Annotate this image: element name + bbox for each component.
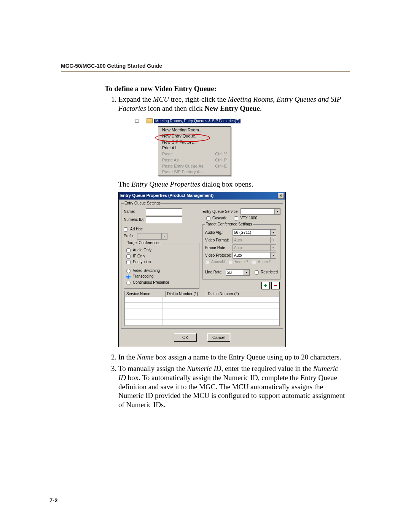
services-grid: Service Name Dial-in Number (1) Dial-in … bbox=[124, 291, 280, 326]
table-row[interactable] bbox=[125, 314, 279, 320]
annexn-checkbox bbox=[205, 260, 209, 264]
video-format-combo: Auto bbox=[233, 237, 276, 243]
t: , enter the required value in the bbox=[221, 364, 313, 372]
t: In the bbox=[118, 353, 137, 361]
line-rate-label: Line Rate: bbox=[205, 270, 224, 275]
header-rule bbox=[61, 71, 350, 72]
context-menu: New Meeting Room... New Entry Queue... N… bbox=[158, 126, 231, 176]
annexp-checkbox bbox=[229, 260, 233, 264]
audio-only-checkbox[interactable] bbox=[126, 248, 131, 252]
add-button[interactable]: + bbox=[261, 282, 270, 289]
t: MCU bbox=[153, 95, 169, 103]
eq-service-combo[interactable] bbox=[241, 208, 280, 215]
tree-node: Meeting Rooms, Entry Queues & SIP Factor… bbox=[147, 118, 241, 123]
grid-header[interactable]: Dial-in Number (2) bbox=[206, 291, 279, 297]
transcoding-label: Transcoding bbox=[133, 274, 154, 279]
vtx-checkbox[interactable] bbox=[234, 216, 238, 220]
video-protocol-label: Video Protocol: bbox=[205, 253, 231, 258]
name-label: Name: bbox=[124, 209, 144, 214]
fieldset-settings: Entry Queue Settings Name: Numeric ID: bbox=[121, 201, 283, 329]
t: Expand the bbox=[118, 95, 153, 103]
context-menu-screenshot: Meeting Rooms, Entry Queues & SIP Factor… bbox=[134, 117, 346, 176]
numeric-id-input[interactable] bbox=[146, 216, 182, 223]
steps-list: Expand the MCU tree, right-click the Mee… bbox=[105, 95, 346, 409]
audio-only-label: Audio Only bbox=[133, 248, 151, 253]
restricted-checkbox[interactable] bbox=[255, 270, 259, 275]
ctx-item[interactable]: New SIP Factory... bbox=[158, 139, 231, 145]
ok-button[interactable]: OK bbox=[174, 333, 197, 342]
t: New Entry Queue bbox=[204, 104, 260, 112]
annexf-label: AnnexF bbox=[258, 260, 271, 265]
table-row[interactable] bbox=[125, 303, 279, 308]
remove-button[interactable]: − bbox=[271, 282, 280, 289]
encryption-checkbox[interactable] bbox=[126, 260, 131, 264]
table-row[interactable] bbox=[125, 320, 279, 326]
line-rate-combo[interactable]: 2B bbox=[226, 269, 250, 276]
t: box assign a name to the Entry Queue usi… bbox=[154, 353, 341, 361]
name-input[interactable] bbox=[146, 208, 182, 215]
t: To manually assign the bbox=[118, 364, 187, 372]
ip-only-checkbox[interactable] bbox=[126, 254, 131, 259]
video-format-label: Video Format: bbox=[205, 238, 231, 243]
dialog-caption: The Entry Queue Properties dialog box op… bbox=[118, 180, 346, 189]
t: Name bbox=[137, 353, 154, 361]
ctx-item: Paste Entry Queue AsCtrl+E bbox=[158, 163, 231, 169]
cascade-label: Cascade bbox=[212, 216, 227, 221]
video-switching-radio[interactable] bbox=[126, 269, 131, 273]
dialog-title: Entry Queue Properties (Product Manageme… bbox=[120, 193, 213, 198]
adhoc-checkbox[interactable] bbox=[124, 227, 128, 232]
eq-service-label: Entry Queue Service: bbox=[202, 209, 239, 214]
audio-alg-combo[interactable]: 56 (G711) bbox=[233, 229, 276, 236]
profile-combo bbox=[137, 233, 167, 240]
numeric-id-label: Numeric ID: bbox=[124, 217, 144, 222]
folder-icon bbox=[147, 118, 153, 123]
frame-rate-combo: Auto bbox=[233, 244, 276, 251]
step-2: In the Name box assign a name to the Ent… bbox=[118, 353, 346, 362]
table-row[interactable] bbox=[125, 297, 279, 303]
legend: Target Conference Settings bbox=[205, 222, 253, 227]
t: tree, right-click the bbox=[169, 95, 228, 103]
ctx-item[interactable]: New Entry Queue... bbox=[158, 133, 231, 139]
t: icon and then click bbox=[146, 104, 205, 112]
annexn-label: AnnexN bbox=[211, 260, 225, 265]
close-icon[interactable]: ✕ bbox=[278, 193, 284, 199]
step-1: Expand the MCU tree, right-click the Mee… bbox=[118, 95, 346, 348]
fieldset-target-conf-settings: Target Conference Settings Audio Alg.:56… bbox=[202, 222, 280, 280]
encryption-label: Encryption bbox=[133, 260, 151, 265]
continuous-presence-label: Continuous Presence bbox=[133, 280, 169, 285]
page-header: MGC-50/MGC-100 Getting Started Guide bbox=[61, 63, 350, 69]
dialog-titlebar: Entry Queue Properties (Product Manageme… bbox=[119, 192, 285, 200]
step-3: To manually assign the Numeric ID, enter… bbox=[118, 364, 346, 409]
page-number: 7-2 bbox=[49, 497, 58, 503]
audio-alg-label: Audio Alg.: bbox=[205, 230, 231, 235]
section-title: To define a new Video Entry Queue: bbox=[105, 84, 346, 93]
t: . bbox=[260, 104, 262, 112]
tree-expand-icon bbox=[134, 117, 145, 123]
vtx-label: VTX 1000 bbox=[240, 216, 257, 221]
t: Numeric ID bbox=[187, 364, 221, 372]
table-row[interactable] bbox=[125, 308, 279, 314]
ctx-item: Paste AsCtrl+P bbox=[158, 157, 231, 163]
cancel-button[interactable]: Cancel bbox=[207, 333, 230, 342]
transcoding-radio[interactable] bbox=[126, 275, 131, 279]
frame-rate-label: Frame Rate: bbox=[205, 246, 231, 251]
video-protocol-combo[interactable]: Auto bbox=[233, 252, 276, 259]
ctx-item[interactable]: New Meeting Room... bbox=[158, 127, 231, 133]
adhoc-label: Ad Hoc bbox=[130, 227, 143, 232]
tree-node-label: Meeting Rooms, Entry Queues & SIP Factor… bbox=[154, 119, 241, 124]
restricted-label: Restricted bbox=[261, 270, 278, 275]
ctx-item: Paste SIP Factory As bbox=[158, 169, 231, 175]
t: box. To automatically assign the Numeric… bbox=[118, 374, 345, 409]
fieldset-target-conferences: Target Conferences Audio Only IP Only En… bbox=[124, 241, 199, 289]
grid-header[interactable]: Service Name bbox=[125, 291, 166, 297]
continuous-presence-radio[interactable] bbox=[126, 281, 131, 285]
video-switching-label: Video Switching bbox=[133, 268, 160, 273]
ctx-item: PasteCtrl+V bbox=[158, 151, 231, 157]
grid-header[interactable]: Dial-in Number (1) bbox=[166, 291, 206, 297]
ctx-item[interactable]: Print All... bbox=[158, 145, 231, 151]
legend: Target Conferences bbox=[126, 241, 161, 246]
annexf-checkbox bbox=[252, 260, 256, 264]
annexp-label: AnnexP bbox=[235, 260, 248, 265]
cascade-checkbox[interactable] bbox=[206, 216, 210, 220]
profile-label: Profile: bbox=[124, 234, 135, 239]
